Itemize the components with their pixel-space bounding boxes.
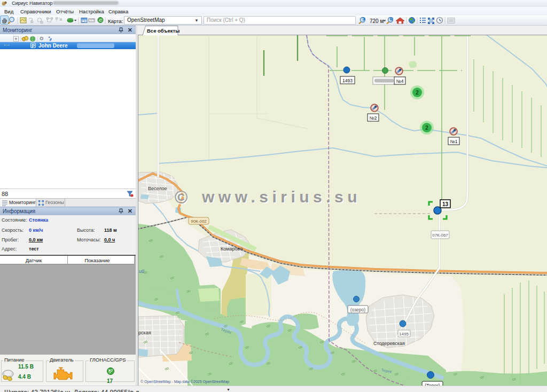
svg-text:Веселое: Веселое xyxy=(148,186,167,191)
svg-text:07К-067: 07К-067 xyxy=(432,233,448,238)
svg-text:№1: №1 xyxy=(450,139,458,144)
svg-text:13: 13 xyxy=(442,201,449,207)
svg-text:(озеро): (озеро) xyxy=(350,307,365,312)
svg-text:©: © xyxy=(175,187,187,207)
svg-text:№2: №2 xyxy=(370,115,377,121)
svg-text:ий: ий xyxy=(139,269,144,274)
svg-text:2: 2 xyxy=(425,125,428,131)
svg-text:www.sirius.su: www.sirius.su xyxy=(201,188,361,206)
svg-text:рская: рская xyxy=(138,330,151,335)
svg-text:© OpenStreetMap - Map data ©20: © OpenStreetMap - Map data ©2025 OpenStr… xyxy=(140,380,229,384)
svg-text:9: 9 xyxy=(50,38,51,42)
svg-text:90К-002: 90К-002 xyxy=(191,219,207,224)
svg-text:Комарово: Комарово xyxy=(221,246,243,252)
svg-text:1493: 1493 xyxy=(342,78,353,83)
svg-text:Стодеревская: Стодеревская xyxy=(373,341,405,346)
svg-text:1495: 1495 xyxy=(399,332,409,336)
svg-text:2: 2 xyxy=(416,90,419,96)
svg-text:№4: №4 xyxy=(396,79,404,84)
